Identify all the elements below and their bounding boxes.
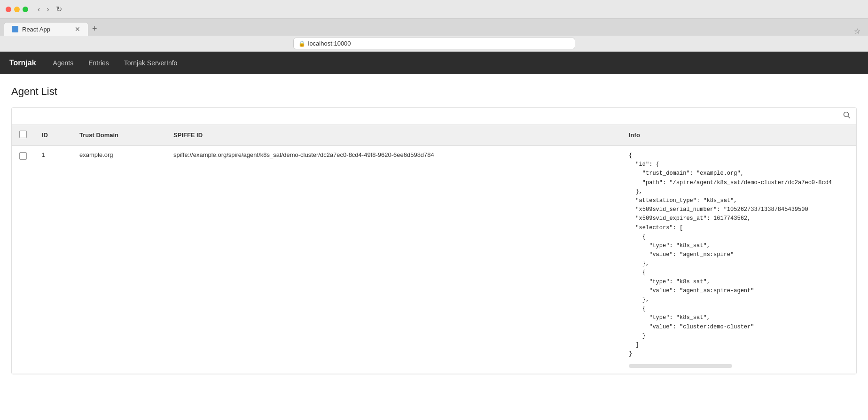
row-info-cell: { "id": { "trust_domain": "example.org",… (621, 146, 856, 374)
active-tab[interactable]: React App ✕ (4, 22, 88, 36)
row-checkbox-cell (12, 146, 34, 374)
table-toolbar (12, 108, 856, 125)
header-trust-domain: Trust Domain (72, 125, 166, 146)
header-spiffe-id: SPIFFE ID (166, 125, 621, 146)
table-row: 1 example.org spiffe://example.org/spire… (12, 146, 856, 374)
table-header: ID Trust Domain SPIFFE ID Info (12, 125, 856, 146)
tab-bar: React App ✕ + ☆ (0, 19, 868, 36)
maximize-button[interactable] (23, 7, 28, 12)
agents-table: ID Trust Domain SPIFFE ID Info 1 example… (12, 125, 856, 374)
row-trust-domain: example.org (72, 146, 166, 374)
browser-chrome: ‹ › ↻ (0, 0, 868, 19)
main-content: Agent List ID Trust Domain SPIFFE I (0, 74, 868, 420)
close-button[interactable] (6, 7, 11, 12)
app-brand: Tornjak (9, 59, 36, 67)
lock-icon: 🔒 (298, 40, 305, 47)
nav-entries[interactable]: Entries (83, 56, 115, 70)
bookmark-icon[interactable]: ☆ (854, 27, 860, 36)
nav-serverinfo[interactable]: Tornjak ServerInfo (118, 56, 183, 70)
reload-button[interactable]: ↻ (54, 4, 64, 15)
tab-title: React App (22, 26, 50, 33)
header-row: ID Trust Domain SPIFFE ID Info (12, 125, 856, 146)
app-navbar: Tornjak Agents Entries Tornjak ServerInf… (0, 52, 868, 74)
minimize-button[interactable] (14, 7, 20, 12)
forward-button[interactable]: › (45, 4, 51, 15)
horizontal-scrollbar[interactable] (629, 364, 732, 368)
header-info: Info (621, 125, 856, 146)
select-all-checkbox[interactable] (19, 131, 27, 138)
nav-links: Agents Entries Tornjak ServerInfo (47, 56, 183, 70)
close-tab-icon[interactable]: ✕ (75, 25, 80, 33)
url-display: localhost:10000 (308, 40, 351, 47)
agent-table-wrapper: ID Trust Domain SPIFFE ID Info 1 example… (11, 107, 857, 374)
info-json: { "id": { "trust_domain": "example.org",… (629, 151, 849, 362)
header-checkbox-col (12, 125, 34, 146)
browser-nav: ‹ › ↻ (36, 4, 64, 15)
header-id: ID (34, 125, 72, 146)
back-button[interactable]: ‹ (36, 4, 42, 15)
address-bar[interactable]: 🔒 localhost:10000 (293, 38, 575, 49)
new-tab-button[interactable]: + (88, 22, 101, 36)
spiffe-id-value: spiffe://example.org/spire/agent/k8s_sat… (173, 151, 434, 158)
row-spiffe-id: spiffe://example.org/spire/agent/k8s_sat… (166, 146, 621, 374)
search-icon (843, 111, 851, 119)
traffic-lights (6, 7, 28, 12)
search-button[interactable] (843, 111, 851, 121)
tab-favicon (12, 26, 18, 32)
svg-line-1 (848, 117, 850, 118)
page-title: Agent List (11, 86, 857, 98)
row-id: 1 (34, 146, 72, 374)
table-body: 1 example.org spiffe://example.org/spire… (12, 146, 856, 374)
nav-agents[interactable]: Agents (47, 56, 79, 70)
row-checkbox[interactable] (19, 152, 27, 160)
